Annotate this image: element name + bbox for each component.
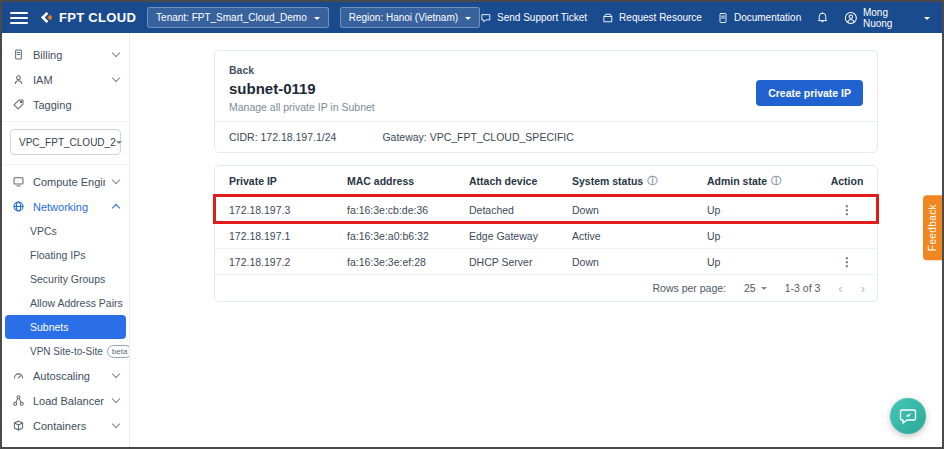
cell-admin-state: Up <box>707 204 817 216</box>
cell-attach-device: Detached <box>469 204 572 216</box>
header-mac-address: MAC address <box>347 175 469 187</box>
table-pagination: Rows per page: 25 1-3 of 3 ‹ › <box>215 274 877 301</box>
documentation-link[interactable]: Documentation <box>717 12 801 24</box>
pagination-range: 1-3 of 3 <box>785 282 821 294</box>
sidebar-divider <box>2 121 129 122</box>
cell-attach-device: DHCP Server <box>469 256 572 268</box>
cell-mac-address: fa:16:3e:3e:ef:28 <box>347 256 469 268</box>
send-support-ticket-link[interactable]: Send Support Ticket <box>480 12 587 24</box>
cell-system-status: Down <box>572 256 707 268</box>
chevron-down-icon <box>112 49 120 57</box>
notifications-bell-icon[interactable] <box>816 11 829 24</box>
sidebar: Billing IAM Tagging VPC_FPT_CLOUD_2 Comp… <box>2 33 130 447</box>
sidebar-item-label: Networking <box>33 201 105 213</box>
chevron-down-icon <box>112 176 120 184</box>
sidebar-item-label: Allow Address Pairs <box>30 297 123 309</box>
support-chat-button[interactable] <box>890 398 926 434</box>
chevron-down-icon <box>112 395 120 403</box>
row-actions-kebab-icon[interactable]: ⋮ <box>841 256 853 268</box>
sidebar-item-label: VPCs <box>30 225 57 237</box>
header-private-ip: Private IP <box>229 175 347 187</box>
billing-icon <box>12 48 25 61</box>
sidebar-item-floating-ips[interactable]: Floating IPs <box>2 243 129 267</box>
user-menu[interactable]: Mong Nuong <box>844 7 930 29</box>
next-page-icon[interactable]: › <box>861 282 865 295</box>
cell-private-ip: 172.18.197.1 <box>229 230 347 242</box>
sidebar-item-vpn-site-to-site[interactable]: VPN Site-to-Site beta <box>2 339 129 363</box>
sidebar-item-containers[interactable]: Containers <box>2 413 129 438</box>
request-resource-label: Request Resource <box>619 12 702 23</box>
sidebar-divider <box>2 164 129 165</box>
cell-attach-device: Edge Gateway <box>469 230 572 242</box>
cell-mac-address: fa:16:3e:cb:de:36 <box>347 204 469 216</box>
sidebar-item-subnets[interactable]: Subnets <box>5 315 126 339</box>
chevron-down-icon <box>924 17 930 23</box>
table-row[interactable]: 172.18.197.1 fa:16:3e:a0:b6:32 Edge Gate… <box>215 222 877 248</box>
header-admin-state: Admin state ⓘ <box>707 174 817 188</box>
sidebar-item-load-balancer[interactable]: Load Balancer <box>2 388 129 413</box>
sidebar-item-vpcs[interactable]: VPCs <box>2 219 129 243</box>
rows-per-page-select[interactable]: 25 <box>744 282 767 294</box>
info-icon[interactable]: ⓘ <box>771 174 781 188</box>
rows-per-page-value: 25 <box>744 282 756 294</box>
chat-bubble-icon <box>898 406 918 426</box>
info-icon[interactable]: ⓘ <box>647 174 657 188</box>
region-label: Region: Hanoi (Vietnam) <box>349 12 458 23</box>
app-window: FPT CLOUD Tenant: FPT_Smart_Cloud_Demo R… <box>0 0 944 449</box>
table-row[interactable]: 172.18.197.2 fa:16:3e:3e:ef:28 DHCP Serv… <box>215 248 877 274</box>
cell-mac-address: fa:16:3e:a0:b6:32 <box>347 230 469 242</box>
sidebar-item-compute-engine[interactable]: Compute Engine <box>2 169 129 194</box>
region-dropdown[interactable]: Region: Hanoi (Vietnam) <box>340 7 480 28</box>
sidebar-item-label: Tagging <box>33 99 119 111</box>
documentation-label: Documentation <box>734 12 801 23</box>
chevron-down-icon <box>112 370 120 378</box>
chevron-down-icon <box>112 74 120 82</box>
create-private-ip-button[interactable]: Create private IP <box>756 80 863 106</box>
chevron-up-icon <box>112 204 120 212</box>
back-link[interactable]: Back <box>229 64 254 76</box>
vpc-selector[interactable]: VPC_FPT_CLOUD_2 <box>10 129 121 155</box>
cell-admin-state: Up <box>707 256 817 268</box>
tenant-label: Tenant: FPT_Smart_Cloud_Demo <box>156 12 307 23</box>
sidebar-item-label: IAM <box>33 74 105 86</box>
fpt-cloud-logo: FPT CLOUD <box>39 10 136 25</box>
fpt-logo-icon <box>39 11 54 24</box>
sidebar-item-label: Compute Engine <box>33 176 105 188</box>
request-resource-icon <box>602 12 614 24</box>
main-content: Back subnet-0119 Manage all private IP i… <box>130 33 942 447</box>
sidebar-item-iam[interactable]: IAM <box>2 67 129 92</box>
hamburger-menu-icon[interactable] <box>10 11 28 25</box>
page-title: subnet-0119 <box>229 80 375 98</box>
sidebar-item-label: Subnets <box>30 321 69 333</box>
cell-admin-state: Up <box>707 230 817 242</box>
row-actions-kebab-icon[interactable]: ⋮ <box>841 204 853 216</box>
sidebar-item-tagging[interactable]: Tagging <box>2 92 129 117</box>
sidebar-item-autoscaling[interactable]: Autoscaling <box>2 363 129 388</box>
brand-name: FPT CLOUD <box>59 10 136 25</box>
sidebar-item-label: Billing <box>33 49 105 61</box>
feedback-tab[interactable]: Feedback <box>923 195 942 260</box>
support-ticket-icon <box>480 12 492 24</box>
table-row[interactable]: 172.18.197.3 fa:16:3e:cb:de:36 Detached … <box>215 196 877 222</box>
previous-page-icon[interactable]: ‹ <box>838 282 842 295</box>
sidebar-item-label: VPN Site-to-Site <box>30 346 103 357</box>
header-system-status: System status ⓘ <box>572 174 707 188</box>
tenant-dropdown[interactable]: Tenant: FPT_Smart_Cloud_Demo <box>147 7 329 28</box>
header-attach-device: Attach device <box>469 175 572 187</box>
chevron-down-icon <box>314 17 320 23</box>
sidebar-item-label: Containers <box>33 420 105 432</box>
avatar-icon <box>844 11 858 25</box>
autoscaling-icon <box>12 369 25 382</box>
sidebar-item-allow-address-pairs[interactable]: Allow Address Pairs <box>2 291 129 315</box>
request-resource-link[interactable]: Request Resource <box>602 12 702 24</box>
user-name: Mong Nuong <box>863 7 919 29</box>
sidebar-item-billing[interactable]: Billing <box>2 42 129 67</box>
networking-icon <box>12 200 25 213</box>
header-label: Admin state <box>707 175 767 187</box>
chevron-down-icon <box>116 141 122 147</box>
sidebar-item-security-groups[interactable]: Security Groups <box>2 267 129 291</box>
compute-engine-icon <box>12 175 25 188</box>
sidebar-item-networking[interactable]: Networking <box>2 194 129 219</box>
subnet-detail-card: Back subnet-0119 Manage all private IP i… <box>214 50 878 153</box>
sidebar-item-label: Floating IPs <box>30 249 85 261</box>
